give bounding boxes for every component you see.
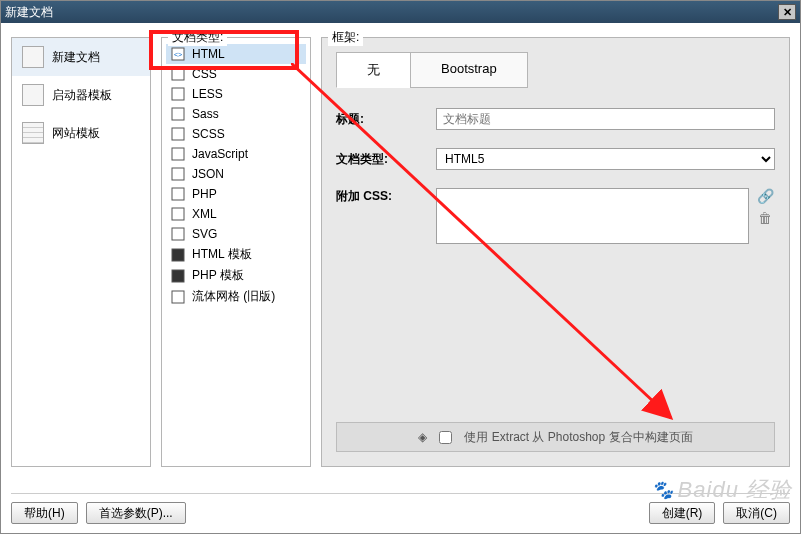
category-new-document[interactable]: 新建文档 — [12, 38, 150, 76]
link-icon[interactable]: 🔗 — [757, 188, 774, 204]
doctype-item-html-template[interactable]: HTML 模板 — [166, 244, 306, 265]
dialog-footer: 帮助(H) 首选参数(P)... 创建(R) 取消(C) — [11, 493, 790, 523]
doctype-item-label: JavaScript — [192, 147, 248, 161]
file-icon — [170, 166, 186, 182]
category-label: 启动器模板 — [52, 87, 112, 104]
file-icon — [170, 289, 186, 305]
doctype-item-fluid-grid[interactable]: 流体网格 (旧版) — [166, 286, 306, 307]
tab-none[interactable]: 无 — [336, 52, 411, 88]
doctype-item-label: LESS — [192, 87, 223, 101]
svg-rect-12 — [172, 270, 184, 282]
file-icon — [170, 146, 186, 162]
file-icon — [170, 106, 186, 122]
doctype-item-php[interactable]: PHP — [166, 184, 306, 204]
svg-rect-4 — [172, 108, 184, 120]
extract-bar[interactable]: ◈ 使用 Extract 从 Photoshop 复合中构建页面 — [336, 422, 775, 452]
svg-rect-9 — [172, 208, 184, 220]
doctype-item-sass[interactable]: Sass — [166, 104, 306, 124]
doctype-list: <> HTML CSS LESS Sass SCSS JavaScript JS… — [162, 38, 310, 313]
svg-rect-8 — [172, 188, 184, 200]
doctype-item-css[interactable]: CSS — [166, 64, 306, 84]
svg-rect-7 — [172, 168, 184, 180]
grid-icon — [22, 122, 44, 144]
doctype-item-json[interactable]: JSON — [166, 164, 306, 184]
prefs-button[interactable]: 首选参数(P)... — [86, 502, 186, 524]
doctype-item-label: PHP — [192, 187, 217, 201]
extract-label: 使用 Extract 从 Photoshop 复合中构建页面 — [464, 429, 692, 446]
svg-rect-5 — [172, 128, 184, 140]
category-panel: 新建文档 启动器模板 网站模板 — [11, 37, 151, 467]
doctype-panel: 文档类型: <> HTML CSS LESS Sass SCSS JavaScr… — [161, 37, 311, 467]
doctype-item-less[interactable]: LESS — [166, 84, 306, 104]
help-button[interactable]: 帮助(H) — [11, 502, 78, 524]
svg-rect-10 — [172, 228, 184, 240]
framework-tabs: 无 Bootstrap — [336, 52, 775, 88]
category-label: 网站模板 — [52, 125, 100, 142]
svg-rect-2 — [172, 68, 184, 80]
title-input[interactable] — [436, 108, 775, 130]
category-site-templates[interactable]: 网站模板 — [12, 114, 150, 152]
css-label: 附加 CSS: — [336, 188, 436, 205]
doctype-item-label: XML — [192, 207, 217, 221]
svg-rect-3 — [172, 88, 184, 100]
dialog-body: 新建文档 启动器模板 网站模板 文档类型: <> HTML — [1, 23, 800, 533]
file-icon — [170, 206, 186, 222]
doctype-item-label: SVG — [192, 227, 217, 241]
doctype-item-html[interactable]: <> HTML — [166, 44, 306, 64]
layers-icon: ◈ — [418, 430, 427, 444]
file-icon — [170, 247, 186, 263]
file-icon — [170, 66, 186, 82]
svg-text:<>: <> — [174, 51, 182, 58]
doctype-item-label: SCSS — [192, 127, 225, 141]
cancel-button[interactable]: 取消(C) — [723, 502, 790, 524]
close-button[interactable]: ✕ — [778, 4, 796, 20]
file-icon — [170, 226, 186, 242]
delete-icon[interactable]: 🗑 — [758, 210, 772, 226]
file-icon — [170, 86, 186, 102]
doctype-item-svg[interactable]: SVG — [166, 224, 306, 244]
dialog-window: 新建文档 ✕ 新建文档 启动器模板 网站模板 — [0, 0, 801, 534]
doctype-item-label: 流体网格 (旧版) — [192, 288, 275, 305]
title-label: 标题: — [336, 111, 436, 128]
doctype-item-label: Sass — [192, 107, 219, 121]
doctype-item-javascript[interactable]: JavaScript — [166, 144, 306, 164]
titlebar: 新建文档 ✕ — [1, 1, 800, 23]
doctype-item-label: PHP 模板 — [192, 267, 244, 284]
doctype-item-php-template[interactable]: PHP 模板 — [166, 265, 306, 286]
file-icon — [170, 186, 186, 202]
doctype-item-label: CSS — [192, 67, 217, 81]
file-icon — [170, 126, 186, 142]
svg-rect-11 — [172, 249, 184, 261]
file-icon: <> — [170, 46, 186, 62]
doctype-panel-label: 文档类型: — [168, 29, 227, 46]
template-icon — [22, 84, 44, 106]
create-button[interactable]: 创建(R) — [649, 502, 716, 524]
framework-panel: 框架: 无 Bootstrap 标题: 文档类型: HTML5 附加 CSS — [321, 37, 790, 467]
doctype-item-label: HTML 模板 — [192, 246, 252, 263]
doctype-select[interactable]: HTML5 — [436, 148, 775, 170]
doctype-item-xml[interactable]: XML — [166, 204, 306, 224]
doctype-item-scss[interactable]: SCSS — [166, 124, 306, 144]
doctype-item-label: JSON — [192, 167, 224, 181]
category-starter-templates[interactable]: 启动器模板 — [12, 76, 150, 114]
tab-bootstrap[interactable]: Bootstrap — [410, 52, 528, 88]
doctype-item-label: HTML — [192, 47, 225, 61]
document-icon — [22, 46, 44, 68]
framework-panel-label: 框架: — [328, 29, 363, 46]
file-icon — [170, 268, 186, 284]
extract-checkbox[interactable] — [439, 431, 452, 444]
doctype-label: 文档类型: — [336, 151, 436, 168]
svg-rect-13 — [172, 291, 184, 303]
svg-rect-6 — [172, 148, 184, 160]
category-label: 新建文档 — [52, 49, 100, 66]
window-title: 新建文档 — [5, 4, 53, 21]
attached-css-list[interactable] — [436, 188, 749, 244]
